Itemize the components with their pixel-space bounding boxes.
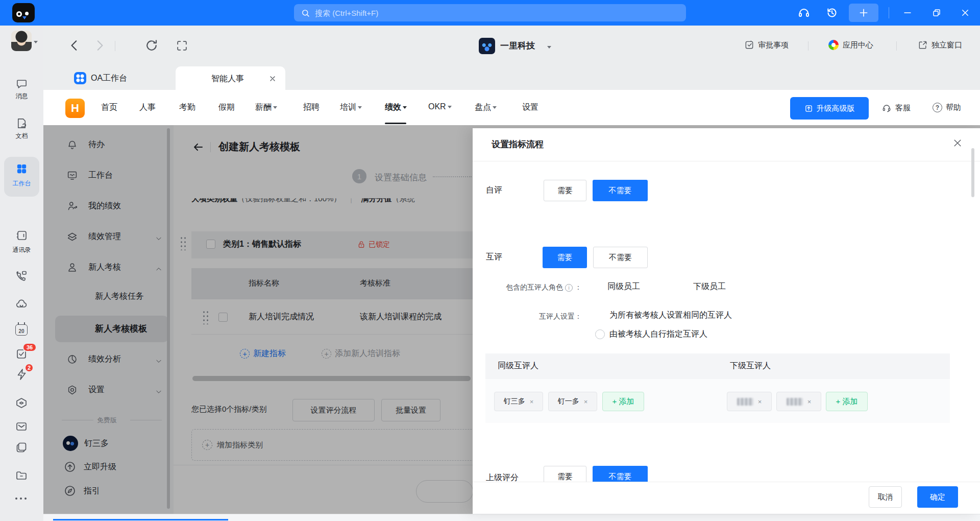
org-avatar[interactable] [479,38,495,54]
remove-tag-icon[interactable]: × [807,398,812,406]
label-text: 包含的互评人角色 [506,283,563,292]
nav-item-settings[interactable]: 设置 [522,102,538,113]
column-header: 下级互评人 [730,361,771,371]
self-eval-no-need-button[interactable]: 不需要 [593,180,648,201]
approval-items-button[interactable]: 审批事项 [744,40,789,50]
calendar-icon[interactable]: 20 [15,324,28,336]
nav-label: 薪酬 [255,102,272,113]
contacts-icon [16,229,28,242]
nav-item-home[interactable]: 首页 [101,102,117,113]
search-input[interactable] [314,8,679,18]
chevron-down-icon [403,106,407,111]
logo-letter: H [71,102,79,115]
upgrade-premium-button[interactable]: 升级高级版 [790,97,869,120]
sidebar-item-contacts[interactable]: 通讯录 [0,226,43,257]
title-bar [0,0,980,26]
tab-close-icon[interactable] [268,75,277,83]
column-header: 同级互评人 [498,361,538,371]
avatar-caret-icon[interactable] [34,41,38,45]
folder-icon[interactable] [15,469,28,482]
peer-name: 钉三多 [504,397,525,406]
nav-item-hr[interactable]: 人事 [139,102,156,113]
self-specify-radio[interactable] [595,329,605,339]
chevron-down-icon [448,106,452,110]
remove-tag-icon[interactable]: × [758,398,762,406]
sidebar-item-docs[interactable]: 文档 [0,114,43,145]
sidebar-item-workbench[interactable]: 工作台 [4,157,39,197]
org-caret-icon[interactable] [547,46,551,51]
nav-item-review[interactable]: 盘点 [475,102,497,113]
support-label: 客服 [895,103,911,113]
global-search[interactable] [294,4,686,21]
minimize-icon [903,8,912,17]
nav-forward-icon[interactable] [93,39,106,52]
nav-item-training[interactable]: 培训 [340,102,362,113]
headset-icon[interactable] [798,7,810,19]
nav-label: 首页 [101,102,117,113]
nav-back-icon[interactable] [68,39,81,52]
peers-table-body: 钉三多 × 钉一多 × + 添加 × × + 添加 [485,379,950,423]
history-icon[interactable] [826,7,838,19]
peers-table-header: 同级互评人 下级互评人 [485,353,950,379]
close-window-button[interactable] [955,4,975,22]
same-peers-label: 为所有被考核人设置相同的互评人 [609,310,732,321]
peer-tag: 钉三多 × [494,392,543,411]
nav-item-recruit[interactable]: 招聘 [303,102,320,113]
question-glyph: ? [936,104,939,111]
ding-doc-icon[interactable] [15,441,28,454]
org-name[interactable]: 一里科技 [500,40,535,52]
restore-button[interactable] [927,4,946,22]
user-avatar[interactable] [11,31,32,51]
button-label: 取消 [878,492,893,502]
dingtalk-logo[interactable] [12,3,35,22]
nav-item-okr[interactable]: OKR [428,102,452,111]
confirm-button[interactable]: 确定 [917,486,958,508]
search-icon [301,9,310,17]
help-button[interactable]: ? 帮助 [933,103,961,112]
info-icon[interactable]: i [565,284,573,292]
cancel-button[interactable]: 取消 [869,486,902,508]
drawer-scrollbar[interactable] [971,148,974,197]
cloud-drive-icon[interactable] [15,298,28,310]
flash-badge: 2 [24,363,34,372]
upgrade-label: 升级高级版 [817,104,855,113]
capture-icon[interactable] [176,39,188,52]
more-icon[interactable] [15,498,27,500]
sub-role-label: 下级员工 [693,281,726,292]
document-icon [16,117,28,129]
tab-oa-workbench[interactable]: OA工作台 [74,72,127,85]
button-label: 需要 [557,186,573,196]
drawer-close-icon[interactable] [952,138,963,148]
video-call-icon[interactable] [15,270,28,282]
nav-label: 绩效 [385,102,401,113]
remove-tag-icon[interactable]: × [584,398,588,406]
app-center-button[interactable]: 应用中心 [828,40,873,50]
add-peer-button[interactable]: + 添加 [602,392,644,411]
button-label: 需要 [557,253,573,263]
add-button[interactable] [849,4,878,22]
logo-beak [22,16,27,21]
tab-smart-hr[interactable]: 智能人事 [176,66,285,90]
refresh-icon[interactable] [144,38,159,53]
remove-tag-icon[interactable]: × [530,398,534,406]
redacted-name [737,398,753,406]
minimize-button[interactable] [898,4,917,22]
peer-roles-label: 包含的互评人角色 i ： [473,283,582,292]
peer-eval-no-need-button[interactable]: 不需要 [593,247,648,268]
chat-icon [16,78,28,89]
mail-icon[interactable] [15,420,28,433]
support-button[interactable]: 客服 [881,103,911,113]
nav-item-performance[interactable]: 绩效 [385,102,407,113]
nav-item-attendance[interactable]: 考勤 [179,102,195,113]
standalone-window-button[interactable]: 独立窗口 [918,40,962,50]
smart-hr-logo[interactable]: H [65,99,85,118]
add-sub-peer-button[interactable]: + 添加 [826,392,868,411]
nav-item-leave[interactable]: 假期 [218,102,235,113]
self-eval-need-button[interactable]: 需要 [544,180,586,201]
apps-layers-icon[interactable] [15,397,28,409]
sidebar-item-messages[interactable]: 消息 [0,74,43,105]
nav-item-salary[interactable]: 薪酬 [255,102,277,113]
sidebar-item-label: 工作台 [0,179,43,188]
peer-eval-need-button[interactable]: 需要 [543,247,587,268]
todo-badge: 36 [22,343,37,352]
